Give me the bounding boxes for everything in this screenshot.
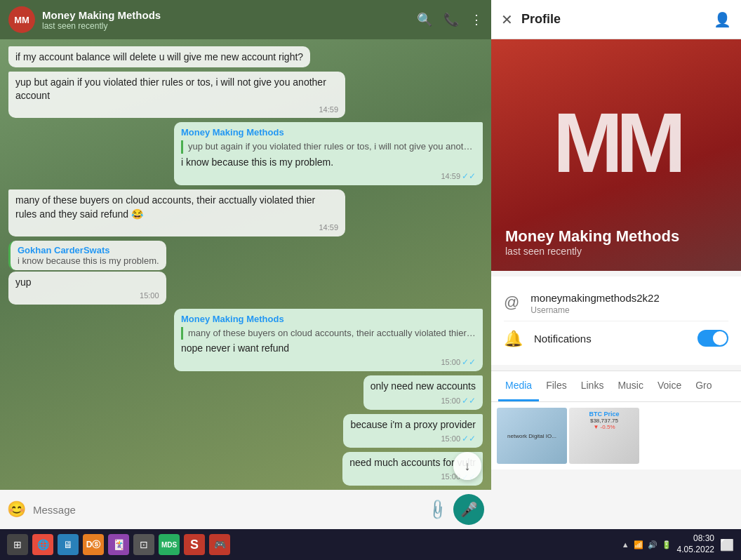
scroll-down-button[interactable]: ↓ <box>453 452 481 480</box>
taskbar: ⊞ 🌐 🖥 Dⓢ 🃏 ⊡ MDS S 🎮 ▲ 📶 🔊 🔋 08:30 4.05.… <box>0 529 741 560</box>
start-button[interactable]: ⊞ <box>7 534 28 555</box>
mds-icon[interactable]: MDS <box>159 534 180 555</box>
tab-media[interactable]: Media <box>498 371 539 401</box>
message-bubble: yup 15:00 <box>8 272 166 305</box>
tab-links[interactable]: Links <box>574 371 611 401</box>
card-icon[interactable]: 🃏 <box>108 534 129 555</box>
game-icon[interactable]: 🎮 <box>209 534 230 555</box>
table-row: because i'm a proxy provider 15:00✓✓ <box>8 414 483 448</box>
tab-music[interactable]: Music <box>610 371 650 401</box>
profile-hero: MM Money Making Methods last seen recent… <box>491 39 741 271</box>
chat-input-bar: 😊 📎 🎤 <box>0 490 491 529</box>
message-bubble: Money Making Methods yup but again if yo… <box>174 122 483 185</box>
taskbar-right: ▲ 📶 🔊 🔋 08:30 4.05.2022 ⬜ <box>622 533 734 555</box>
contact-status: last seen recently <box>42 21 410 31</box>
emoji-button[interactable]: 😊 <box>7 500 26 519</box>
username-label: Username <box>530 305 728 315</box>
notifications-label: Notifications <box>534 333 686 345</box>
tab-files[interactable]: Files <box>539 371 574 401</box>
profile-panel: ✕ Profile 👤 MM Money Making Methods last… <box>491 0 741 529</box>
media-tabs: Media Files Links Music Voice Gro networ… <box>491 371 741 469</box>
username-row: @ moneymakingmethods2k22 Username <box>504 286 728 321</box>
table-row: many of these buyers on cloud accounts, … <box>8 189 483 236</box>
attach-button[interactable]: 📎 <box>425 498 450 522</box>
notification-area-icon[interactable]: ⬜ <box>720 538 734 552</box>
media-thumbnail[interactable]: network Digital IO... <box>497 408 567 464</box>
db-icon[interactable]: Dⓢ <box>83 534 104 555</box>
system-clock[interactable]: 08:30 4.05.2022 <box>677 533 714 555</box>
s-icon[interactable]: S <box>184 534 205 555</box>
message-bubble: only need new accounts 15:00✓✓ <box>363 375 483 409</box>
media-thumbnail[interactable]: BTC Price $38,737.75 ▼ -0.5% <box>569 408 639 464</box>
call-icon[interactable]: 📞 <box>443 12 459 27</box>
profile-name: Money Making Methods <box>505 227 679 246</box>
tab-groups[interactable]: Gro <box>688 371 719 401</box>
media-grid: network Digital IO... BTC Price $38,737.… <box>491 402 741 469</box>
edit-profile-button[interactable]: 👤 <box>714 11 731 28</box>
table-row: Money Making Methods many of these buyer… <box>8 309 483 372</box>
username-value: moneymakingmethods2k22 <box>530 292 728 304</box>
table-row: Gokhan CarderSwats i know because this i… <box>8 241 483 305</box>
search-icon[interactable]: 🔍 <box>417 12 432 27</box>
username-content: moneymakingmethods2k22 Username <box>530 292 728 315</box>
message-input[interactable] <box>33 504 422 516</box>
profile-status: last seen recently <box>505 246 582 257</box>
close-button[interactable]: ✕ <box>501 11 513 28</box>
clock-time: 08:30 <box>677 533 714 545</box>
system-tray: ▲ 📶 🔊 🔋 <box>622 540 672 549</box>
chat-panel: MM Money Making Methods last seen recent… <box>0 0 491 529</box>
table-row: yup but again if you violated thier rule… <box>8 72 483 119</box>
notifications-toggle[interactable] <box>697 330 728 347</box>
profile-info-section: @ moneymakingmethods2k22 Username 🔔 Noti… <box>491 276 741 365</box>
tab-voice[interactable]: Voice <box>650 371 688 401</box>
clock-date: 4.05.2022 <box>677 545 714 556</box>
message-bubble: if my account balance will delete u will… <box>8 46 310 67</box>
contact-avatar: MM <box>8 6 35 33</box>
at-icon: @ <box>504 293 519 312</box>
more-icon[interactable]: ⋮ <box>470 12 483 27</box>
finder-icon[interactable]: 🖥 <box>58 534 79 555</box>
message-bubble: many of these buyers on cloud accounts, … <box>8 189 345 236</box>
chrome-icon[interactable]: 🌐 <box>32 534 53 555</box>
profile-title: Profile <box>521 12 705 27</box>
bell-icon: 🔔 <box>504 330 523 348</box>
message-bubble: Money Making Methods many of these buyer… <box>174 309 483 372</box>
message-bubble: because i'm a proxy provider 15:00✓✓ <box>343 414 483 448</box>
microphone-button[interactable]: 🎤 <box>453 494 484 525</box>
media-tabs-header: Media Files Links Music Voice Gro <box>491 371 741 402</box>
message-bubble: Gokhan CarderSwats i know because this i… <box>8 241 166 270</box>
chat-header: MM Money Making Methods last seen recent… <box>0 0 491 39</box>
tray-arrow[interactable]: ▲ <box>622 540 629 549</box>
messages-area: if my account balance will delete u will… <box>0 39 491 490</box>
wifi-icon: 📶 <box>634 540 643 549</box>
notifications-row: 🔔 Notifications <box>504 321 728 355</box>
grid-icon[interactable]: ⊡ <box>133 534 154 555</box>
contact-name: Money Making Methods <box>42 9 410 21</box>
table-row: Money Making Methods yup but again if yo… <box>8 122 483 185</box>
profile-header-bar: ✕ Profile 👤 <box>491 0 741 39</box>
taskbar-left: ⊞ 🌐 🖥 Dⓢ 🃏 ⊡ MDS S 🎮 <box>7 534 230 555</box>
table-row: if my account balance will delete u will… <box>8 46 483 67</box>
battery-icon: 🔋 <box>662 540 672 549</box>
table-row: only need new accounts 15:00✓✓ <box>8 375 483 409</box>
table-row: need much accounts for vultr 15:00✓✓ <box>8 452 483 486</box>
volume-icon[interactable]: 🔊 <box>648 540 657 549</box>
profile-hero-letters: MM <box>553 100 679 185</box>
chat-header-actions: 🔍 📞 ⋮ <box>417 12 483 27</box>
chat-header-info: Money Making Methods last seen recently <box>42 9 410 31</box>
message-bubble: yup but again if you violated thier rule… <box>8 72 345 119</box>
